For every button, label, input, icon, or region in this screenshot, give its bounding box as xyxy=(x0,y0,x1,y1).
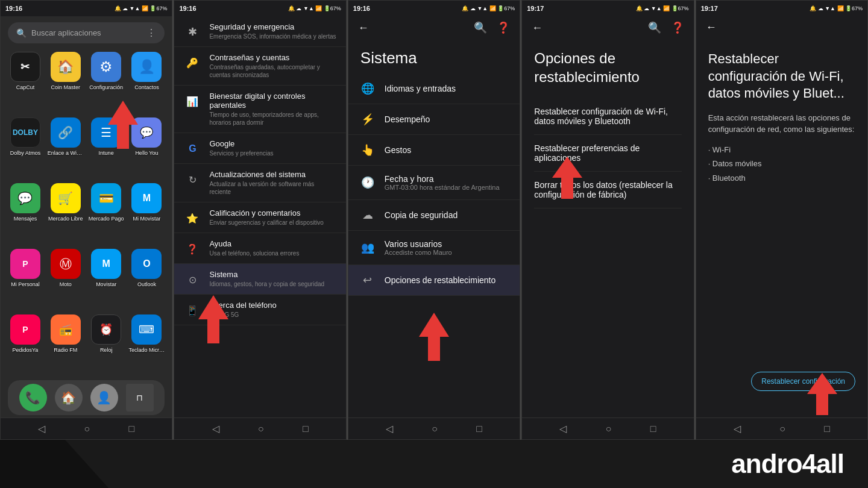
sistema-item-fecha[interactable]: 🕐 Fecha y hora GMT-03:00 hora estándar d… xyxy=(348,166,520,200)
settings-title-rating: Calificación y comentarios xyxy=(209,208,324,217)
dock-extra[interactable]: ⊓ xyxy=(126,384,154,411)
settings-title-passwords: Contraseñas y cuentas xyxy=(209,53,336,62)
sistema-item-copia[interactable]: ☁ Copia de seguridad xyxy=(348,200,520,231)
app-icon-intune: ☰ xyxy=(91,117,121,148)
sistema-item-gestos[interactable]: 👆 Gestos xyxy=(348,135,520,166)
app-icon-config: ⚙ xyxy=(91,52,121,82)
settings-text-about: Acerca del teléfono Moto G 5G xyxy=(209,301,276,319)
help-icon-3[interactable]: ❓ xyxy=(497,21,510,34)
nav-recent-5[interactable]: □ xyxy=(824,424,830,434)
nav-recent-1[interactable]: □ xyxy=(129,424,135,434)
desempeno-text: Desempeño xyxy=(385,114,430,124)
app-hello[interactable]: 💬 Hello You xyxy=(128,117,165,178)
home-dock: 📞 🏠 👤 ⊓ xyxy=(8,380,165,415)
app-label-teclado: Teclado Microsoft S... xyxy=(128,347,165,353)
search-icon-4[interactable]: 🔍 xyxy=(648,21,661,34)
fecha-icon: 🕐 xyxy=(360,176,375,189)
app-movistar[interactable]: M Movistar xyxy=(89,249,124,310)
settings-item-rating[interactable]: ⭐ Calificación y comentarios Enviar suge… xyxy=(174,202,345,233)
settings-item-wellbeing[interactable]: 📊 Bienestar digital y controles parental… xyxy=(174,86,345,133)
reset-option-wifi-title: Restablecer configuración de Wi-Fi, dato… xyxy=(534,107,681,126)
settings-item-security[interactable]: ✱ Seguridad y emergencia Emergencia SOS,… xyxy=(174,16,345,47)
nav-home-3[interactable]: ○ xyxy=(432,424,438,434)
app-mercadolibre[interactable]: 🛒 Mercado Libre xyxy=(48,183,84,244)
sistema-item-usuarios[interactable]: 👥 Varios usuarios Accediste como Mauro xyxy=(348,231,520,265)
more-options-icon[interactable]: ⋮ xyxy=(146,27,156,39)
settings-desc-updates: Actualizar a la versión de software más … xyxy=(209,180,336,196)
settings-desc-about: Moto G 5G xyxy=(209,311,276,319)
nav-home-4[interactable]: ○ xyxy=(606,424,612,434)
app-moto[interactable]: Ⓜ Moto xyxy=(48,249,84,310)
nav-recent-4[interactable]: □ xyxy=(650,424,656,434)
app-outlook[interactable]: O Outlook xyxy=(128,249,165,310)
app-dolby[interactable]: DOLBY Dolby Atmos xyxy=(8,117,43,178)
usuarios-text: Varios usuarios Accediste como Mauro xyxy=(385,239,452,256)
reset-option-wifi[interactable]: Restablecer configuración de Wi-Fi, dato… xyxy=(534,98,681,135)
app-pedidosya[interactable]: P PedidosYa xyxy=(8,314,43,375)
sistema-title: Sistema xyxy=(348,39,520,74)
settings-icon-security: ✱ xyxy=(184,23,201,40)
app-mimovistar[interactable]: M Mi Movistar xyxy=(128,183,165,244)
back-icon-4[interactable]: ← xyxy=(532,22,542,34)
app-coinmaster[interactable]: 🏠 Coin Master xyxy=(48,52,84,113)
sistema-item-idiomas[interactable]: 🌐 Idiomas y entradas xyxy=(348,74,520,104)
settings-title-about: Acerca del teléfono xyxy=(209,301,276,310)
nav-recent-2[interactable]: □ xyxy=(303,424,309,434)
nav-home-5[interactable]: ○ xyxy=(779,424,785,434)
app-mensajes[interactable]: 💬 Mensajes xyxy=(8,183,43,244)
nav-back-2[interactable]: ◁ xyxy=(212,423,219,434)
nav-back-5[interactable]: ◁ xyxy=(734,423,741,434)
settings-icon-google: G xyxy=(184,140,201,157)
sistema-item-opciones[interactable]: ↩ Opciones de restablecimiento xyxy=(348,265,520,296)
copia-title: Copia de seguridad xyxy=(385,210,458,220)
main-container: 19:16 🔔 ☁ ▼▲ 📶 🔋67% 🔍 Buscar aplicacione… xyxy=(0,0,868,488)
settings-item-passwords[interactable]: 🔑 Contraseñas y cuentas Contraseñas guar… xyxy=(174,47,345,86)
back-icon-3[interactable]: ← xyxy=(358,22,369,34)
search-icon-3[interactable]: 🔍 xyxy=(474,21,487,34)
nav-back-1[interactable]: ◁ xyxy=(38,423,45,434)
help-icon-4[interactable]: ❓ xyxy=(671,21,684,34)
app-capcut[interactable]: ✂ CapCut xyxy=(8,52,43,113)
back-icon-5[interactable]: ← xyxy=(706,21,717,34)
settings-item-about[interactable]: 📱 Acerca del teléfono Moto G 5G xyxy=(174,295,345,325)
reset-options-header-actions: 🔍 ❓ xyxy=(648,21,684,34)
sistema-item-desempeno[interactable]: ⚡ Desempeño xyxy=(348,104,520,135)
settings-item-help[interactable]: ❓ Ayuda Usa el teléfono, soluciona error… xyxy=(174,233,345,264)
settings-title-help: Ayuda xyxy=(209,239,299,248)
app-enlace[interactable]: 🔗 Enlace a Windows xyxy=(48,117,84,178)
reset-option-factory[interactable]: Borrar todos los datos (restablecer la c… xyxy=(534,172,681,208)
app-label-config: Configuración xyxy=(89,84,123,90)
app-contacts[interactable]: 👤 Contactos xyxy=(128,52,165,113)
nav-recent-3[interactable]: □ xyxy=(476,424,482,434)
nav-home-2[interactable]: ○ xyxy=(258,424,264,434)
settings-item-system[interactable]: ⊙ Sistema Idiomas, gestos, hora y copia … xyxy=(174,264,345,295)
sistema-header: ← 🔍 ❓ xyxy=(348,16,520,39)
status-bar-5: 19:17 🔔 ☁ ▼▲ 📶 🔋67% xyxy=(696,1,867,16)
settings-desc-passwords: Contraseñas guardadas, autocompletar y c… xyxy=(209,63,336,79)
panel-restore-config: 19:17 🔔 ☁ ▼▲ 📶 🔋67% ← Restablecer config… xyxy=(696,0,868,440)
dock-photo[interactable]: 👤 xyxy=(90,384,118,411)
settings-item-google[interactable]: G Google Servicios y preferencias xyxy=(174,133,345,164)
dock-phone[interactable]: 📞 xyxy=(19,384,47,411)
settings-item-updates[interactable]: ↻ Actualizaciones del sistema Actualizar… xyxy=(174,164,345,202)
reset-option-apps[interactable]: Restablecer preferencias de aplicaciones xyxy=(534,135,681,172)
app-config[interactable]: ⚙ Configuración xyxy=(89,52,124,113)
app-intune[interactable]: ☰ Intune xyxy=(89,117,124,178)
settings-desc-help: Usa el teléfono, soluciona errores xyxy=(209,249,299,257)
app-teclado[interactable]: ⌨ Teclado Microsoft S... xyxy=(128,314,165,375)
app-mercadopago[interactable]: 💳 Mercado Pago xyxy=(89,183,124,244)
nav-back-3[interactable]: ◁ xyxy=(386,423,393,434)
app-icon-dolby: DOLBY xyxy=(10,117,40,148)
brand-suffix: all xyxy=(816,449,844,478)
nav-back-4[interactable]: ◁ xyxy=(559,423,567,434)
app-mipersonal[interactable]: P Mi Personal xyxy=(8,249,43,310)
home-search-bar[interactable]: 🔍 Buscar aplicaciones ⋮ xyxy=(8,22,165,43)
copia-text: Copia de seguridad xyxy=(385,210,458,220)
app-radio[interactable]: 📻 Radio FM xyxy=(48,314,84,375)
restore-config-button[interactable]: Restablecer configuración xyxy=(751,372,855,391)
idiomas-title: Idiomas y entradas xyxy=(385,84,456,93)
nav-home-1[interactable]: ○ xyxy=(84,424,90,434)
panel-home: 19:16 🔔 ☁ ▼▲ 📶 🔋67% 🔍 Buscar aplicacione… xyxy=(0,0,172,440)
app-reloj[interactable]: ⏰ Reloj xyxy=(89,314,124,375)
dock-home[interactable]: 🏠 xyxy=(55,384,83,411)
